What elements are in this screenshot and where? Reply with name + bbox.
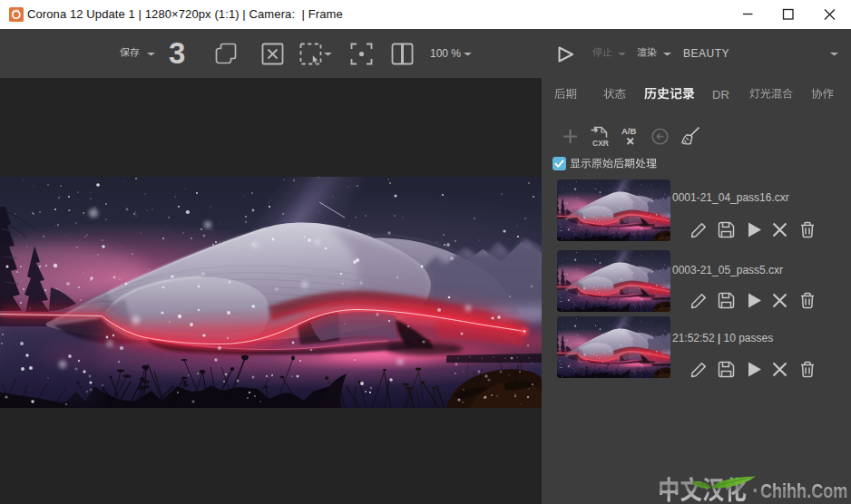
svg-text:·: · [752,478,759,502]
svg-text:CXR: CXR [592,139,609,148]
svg-text:Chihh.Com: Chihh.Com [760,480,847,502]
svg-text:A/B: A/B [621,126,637,136]
